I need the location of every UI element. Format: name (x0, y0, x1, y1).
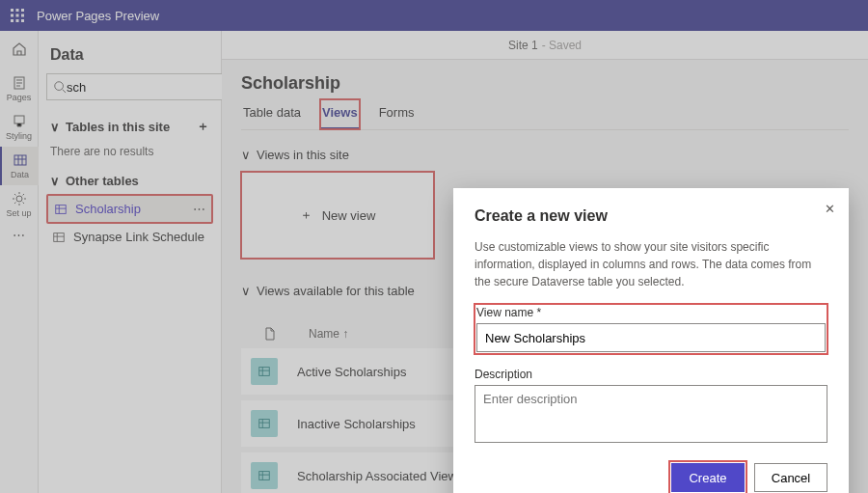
create-button[interactable]: Create (671, 463, 745, 492)
description-label: Description (475, 368, 827, 381)
create-view-modal: ✕ Create a new view Use customizable vie… (453, 188, 849, 493)
cancel-button[interactable]: Cancel (754, 463, 827, 492)
modal-help-text: Use customizable views to show your site… (475, 238, 827, 290)
modal-title: Create a new view (475, 207, 827, 225)
close-icon[interactable]: ✕ (825, 202, 835, 216)
view-name-label: View name * (476, 306, 826, 319)
view-name-input[interactable] (476, 323, 826, 352)
description-input[interactable] (475, 385, 827, 443)
